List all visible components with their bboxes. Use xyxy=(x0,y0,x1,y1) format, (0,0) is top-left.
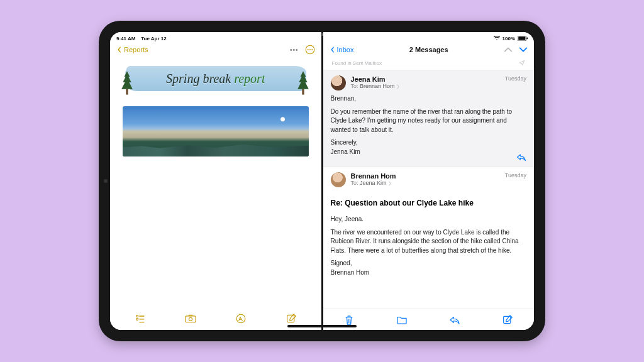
note-title: Spring break report xyxy=(166,72,265,86)
next-message-button[interactable] xyxy=(519,46,528,53)
mail-back-label: Inbox xyxy=(337,46,354,53)
mail-back-button[interactable]: Inbox xyxy=(330,46,354,53)
compose-mail-button[interactable] xyxy=(501,314,514,326)
status-right: 100% xyxy=(494,36,528,41)
notes-body[interactable]: Spring break report xyxy=(110,58,321,307)
wifi-icon xyxy=(494,36,500,41)
svg-point-9 xyxy=(136,315,138,317)
mail-found-banner: Found in Sent Mailbox xyxy=(323,58,535,70)
note-title-part2: report xyxy=(234,72,265,85)
reply-toolbar-button[interactable] xyxy=(448,314,461,326)
msg-from: Brennan Hom xyxy=(351,172,500,180)
note-title-art: Spring break report xyxy=(123,62,309,95)
location-icon[interactable] xyxy=(519,60,525,66)
checklist-button[interactable] xyxy=(135,313,146,324)
split-view: Reports ••• xyxy=(110,32,534,330)
mail-nav-arrows xyxy=(504,46,528,53)
battery-icon xyxy=(518,36,528,41)
trash-button[interactable] xyxy=(343,314,355,326)
mail-message[interactable]: Brennan Hom To: Jeena Kim Tuesday xyxy=(323,167,535,194)
ipad-frame: 9:41 AM Tue Apr 12 100% Reports xyxy=(99,21,545,341)
avatar[interactable] xyxy=(331,75,346,90)
home-indicator[interactable] xyxy=(287,325,357,327)
battery-percent: 100% xyxy=(502,36,515,41)
svg-point-6 xyxy=(311,49,313,50)
multitask-dots-icon[interactable]: ••• xyxy=(290,47,299,53)
camera-button[interactable] xyxy=(185,313,196,324)
svg-point-11 xyxy=(136,318,138,320)
svg-point-5 xyxy=(309,49,311,50)
mail-title: 2 Messages xyxy=(409,46,448,53)
mail-header: Inbox 2 Messages xyxy=(323,41,535,58)
notes-back-label: Reports xyxy=(124,46,148,53)
msg-subject: Re: Question about our Clyde Lake hike xyxy=(323,194,535,209)
avatar[interactable] xyxy=(331,172,346,187)
chevron-right-icon xyxy=(396,84,400,89)
svg-rect-1 xyxy=(518,36,525,40)
prev-message-button[interactable] xyxy=(504,46,513,53)
move-folder-button[interactable] xyxy=(396,314,408,326)
chevron-right-icon xyxy=(388,181,392,186)
msg-text: Brennan, Do you remember the name of the… xyxy=(331,90,527,156)
msg-date: Tuesday xyxy=(505,172,526,178)
notes-back-button[interactable]: Reports xyxy=(116,46,148,53)
found-label: Found in Sent Mailbox xyxy=(332,60,382,66)
note-title-part1: Spring break xyxy=(166,72,234,85)
more-circle-icon[interactable] xyxy=(305,45,315,55)
markup-button[interactable] xyxy=(235,313,247,324)
chevron-left-icon xyxy=(116,47,123,53)
svg-rect-7 xyxy=(126,89,128,95)
svg-point-4 xyxy=(307,49,308,50)
msg-date: Tuesday xyxy=(505,75,526,82)
notes-pane: Reports ••• xyxy=(110,32,321,330)
note-panorama-image[interactable] xyxy=(123,106,309,156)
svg-point-15 xyxy=(189,317,192,321)
compose-note-button[interactable] xyxy=(286,313,297,324)
tree-right-icon xyxy=(296,71,310,96)
svg-rect-2 xyxy=(526,37,528,39)
front-camera xyxy=(104,179,108,183)
msg-text: Hey, Jeena. The river we encountered on … xyxy=(331,211,527,277)
reply-button[interactable] xyxy=(516,153,526,162)
msg-to[interactable]: To: Brennan Hom xyxy=(351,83,500,89)
msg-to[interactable]: To: Jeena Kim xyxy=(351,180,500,186)
mail-message[interactable]: Jeena Kim To: Brennan Hom Tuesday Brenna… xyxy=(323,70,535,167)
svg-rect-8 xyxy=(302,89,304,95)
mail-body[interactable]: Jeena Kim To: Brennan Hom Tuesday Brenna… xyxy=(323,70,535,309)
status-left: 9:41 AM Tue Apr 12 xyxy=(116,36,167,41)
status-date: Tue Apr 12 xyxy=(141,36,166,41)
chevron-left-icon xyxy=(330,47,336,53)
mail-pane: Inbox 2 Messages Found in Sent Mailbox xyxy=(323,32,535,330)
msg-from: Jeena Kim xyxy=(351,75,500,83)
screen: 9:41 AM Tue Apr 12 100% Reports xyxy=(110,32,534,330)
status-bar: 9:41 AM Tue Apr 12 100% xyxy=(110,33,534,43)
status-time: 9:41 AM xyxy=(116,36,135,41)
msg-body-block: Hey, Jeena. The river we encountered on … xyxy=(323,209,535,287)
notes-header: Reports ••• xyxy=(110,41,321,58)
tree-left-icon xyxy=(120,71,134,96)
svg-rect-14 xyxy=(186,316,196,322)
